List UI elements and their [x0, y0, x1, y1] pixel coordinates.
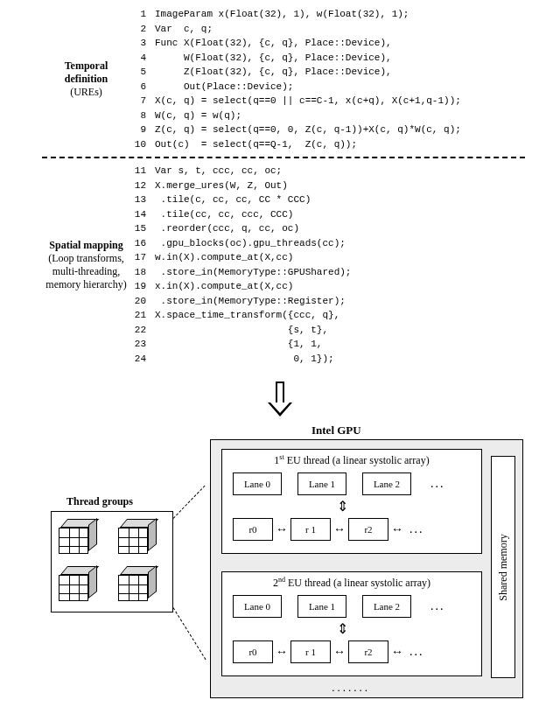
code-text: ImageParam x(Float(32), 1), w(Float(32),…	[155, 7, 525, 22]
code-text: Func X(Float(32), {c, q}, Place::Device)…	[155, 36, 525, 51]
line-number: 16	[134, 236, 155, 251]
spatial-section: Spatial mapping (Loop transforms, multi-…	[42, 164, 525, 366]
double-arrow-horiz-icon: ↔	[331, 646, 348, 658]
code-text: Z(c, q) = select(q==0, 0, Z(c, q-1))+X(c…	[155, 122, 525, 137]
thread-groups-box	[51, 511, 173, 612]
code-line: 9Z(c, q) = select(q==0, 0, Z(c, q-1))+X(…	[134, 122, 525, 137]
cube-icon	[59, 519, 101, 554]
spatial-code: 11Var s, t, ccc, cc, oc;12X.merge_ures(W…	[134, 164, 525, 366]
cube-icon	[59, 566, 101, 601]
reg-box: r 1	[290, 640, 331, 663]
reg-row: r0 ↔ r 1 ↔ r2 ↔ ...	[233, 640, 471, 663]
temporal-subtitle: (UREs)	[42, 86, 130, 99]
code-line: 10Out(c) = select(q==Q-1, Z(c, q));	[134, 137, 525, 152]
code-line: 2Var c, q;	[134, 22, 525, 37]
ellipsis: ...	[410, 522, 424, 536]
line-number: 22	[134, 323, 155, 338]
code-line: 24 0, 1});	[134, 352, 525, 367]
code-line: 16 .gpu_blocks(oc).gpu_threads(cc);	[134, 236, 525, 251]
eu-thread-2: 2nd EU thread (a linear systolic array) …	[221, 571, 482, 676]
line-number: 10	[134, 137, 155, 152]
code-line: 20 .store_in(MemoryType::Register);	[134, 294, 525, 309]
line-number: 2	[134, 22, 155, 37]
code-text: {1, 1,	[155, 337, 525, 352]
ellipsis-row: .......	[328, 681, 374, 695]
cube-icon	[118, 566, 160, 601]
code-line: 6 Out(Place::Device);	[134, 80, 525, 94]
code-line: 23 {1, 1,	[134, 337, 525, 352]
line-number: 9	[134, 122, 155, 137]
reg-box: r2	[348, 640, 388, 663]
reg-box: r2	[348, 518, 388, 541]
reg-box: r0	[233, 640, 273, 663]
code-line: 7X(c, q) = select(q==0 || c==C-1, x(c+q)…	[134, 94, 525, 108]
code-text: Out(c) = select(q==Q-1, Z(c, q));	[155, 137, 525, 152]
code-text: .tile(cc, cc, ccc, CCC)	[155, 207, 525, 222]
line-number: 3	[134, 36, 155, 51]
eu2-title: 2nd EU thread (a linear systolic array)	[222, 576, 481, 590]
code-line: 15 .reorder(ccc, q, cc, oc)	[134, 221, 525, 236]
code-text: .tile(c, cc, cc, CC * CCC)	[155, 192, 525, 207]
code-text: w.in(X).compute_at(X,cc)	[155, 250, 525, 265]
line-number: 20	[134, 294, 155, 309]
ellipsis: ...	[430, 477, 445, 491]
line-number: 11	[134, 164, 155, 178]
line-number: 15	[134, 221, 155, 236]
code-text: Out(Place::Device);	[155, 80, 525, 94]
spatial-title: Spatial mapping	[42, 239, 130, 252]
gpu-title: Intel GPU	[312, 424, 361, 438]
reg-box: r 1	[290, 518, 331, 541]
code-line: 19x.in(X).compute_at(X,cc)	[134, 279, 525, 294]
line-number: 13	[134, 192, 155, 207]
ellipsis: ...	[410, 645, 424, 659]
lane-box: Lane 0	[233, 595, 282, 618]
eu1-title: 1st EU thread (a linear systolic array)	[222, 453, 481, 467]
code-line: 8W(c, q) = w(q);	[134, 108, 525, 123]
code-line: 3Func X(Float(32), {c, q}, Place::Device…	[134, 36, 525, 51]
leader-line	[173, 486, 206, 519]
double-arrow-horiz-icon: ↔	[388, 523, 406, 536]
line-number: 12	[134, 178, 155, 193]
code-line: 18 .store_in(MemoryType::GPUShared);	[134, 265, 525, 280]
code-text: .store_in(MemoryType::GPUShared);	[155, 265, 525, 280]
temporal-label: Temporal definition (UREs)	[42, 7, 134, 151]
lane-row: Lane 0 Lane 1 Lane 2 ...	[233, 472, 471, 495]
lane-box: Lane 1	[298, 595, 346, 618]
leader-line	[173, 607, 206, 660]
line-number: 14	[134, 207, 155, 222]
line-number: 4	[134, 51, 155, 66]
lane-box: Lane 2	[362, 595, 411, 618]
reg-row: r0 ↔ r 1 ↔ r2 ↔ ...	[233, 518, 471, 541]
shared-memory-label: Shared memory	[497, 534, 510, 600]
double-arrow-vert-icon: ⇕	[334, 620, 350, 638]
temporal-code: 1ImageParam x(Float(32), 1), w(Float(32)…	[134, 7, 525, 151]
code-text: .gpu_blocks(oc).gpu_threads(cc);	[155, 236, 525, 251]
figure-container: Temporal definition (UREs) 1ImageParam x…	[42, 7, 525, 366]
temporal-section: Temporal definition (UREs) 1ImageParam x…	[42, 7, 525, 151]
code-line: 1ImageParam x(Float(32), 1), w(Float(32)…	[134, 7, 525, 22]
line-number: 5	[134, 65, 155, 80]
code-line: 4 W(Float(32), {c, q}, Place::Device),	[134, 51, 525, 66]
cube-icon	[118, 519, 160, 554]
code-text: .store_in(MemoryType::Register);	[155, 294, 525, 309]
reg-box: r0	[233, 518, 273, 541]
code-line: 21X.space_time_transform({ccc, q},	[134, 308, 525, 323]
code-text: X(c, q) = select(q==0 || c==C-1, x(c+q),…	[155, 94, 525, 108]
section-divider	[42, 157, 525, 158]
code-text: 0, 1});	[155, 352, 525, 367]
code-line: 12X.merge_ures(W, Z, Out)	[134, 178, 525, 193]
code-line: 5 Z(Float(32), {c, q}, Place::Device),	[134, 65, 525, 80]
line-number: 21	[134, 308, 155, 323]
double-arrow-horiz-icon: ↔	[331, 523, 348, 536]
double-arrow-horiz-icon: ↔	[273, 523, 290, 536]
lane-row: Lane 0 Lane 1 Lane 2 ...	[233, 595, 471, 618]
eu-thread-1: 1st EU thread (a linear systolic array) …	[221, 449, 482, 554]
shared-memory-box: Shared memory	[491, 456, 515, 678]
spatial-label: Spatial mapping (Loop transforms, multi-…	[42, 164, 134, 366]
temporal-title: Temporal definition	[42, 60, 130, 86]
code-line: 13 .tile(c, cc, cc, CC * CCC)	[134, 192, 525, 207]
gpu-diagram: Intel GPU Thread groups 1st EU thread (a…	[42, 424, 525, 718]
line-number: 23	[134, 337, 155, 352]
line-number: 8	[134, 108, 155, 123]
code-text: W(c, q) = w(q);	[155, 108, 525, 123]
